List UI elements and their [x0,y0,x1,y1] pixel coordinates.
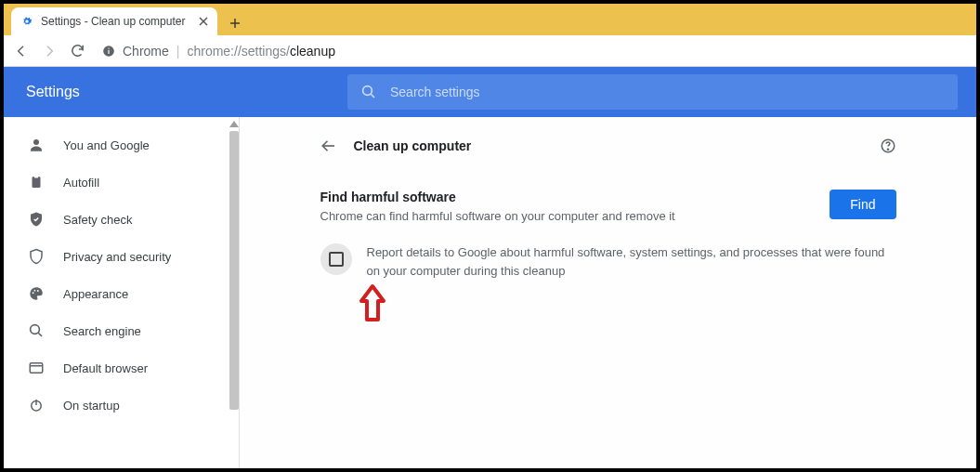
sidebar-item-label: Autofill [63,176,99,190]
gear-icon [20,15,33,28]
svg-line-16 [38,333,42,336]
back-icon[interactable] [13,43,30,59]
search-icon [360,84,377,100]
shield-icon [28,248,45,265]
report-description: Report details to Google about harmful s… [367,243,896,280]
help-icon[interactable] [880,138,896,154]
palette-icon [28,285,45,302]
svg-rect-11 [34,176,39,178]
settings-header: Settings [4,67,976,117]
shield-check-icon [28,211,45,228]
search-bar[interactable] [347,74,958,110]
browser-icon [28,360,45,376]
svg-rect-17 [30,363,43,374]
scroll-thumb[interactable] [229,131,239,410]
clipboard-icon [28,174,45,190]
svg-rect-10 [33,177,41,188]
svg-point-12 [33,292,34,294]
sidebar-item-label: Safety check [63,213,132,227]
sidebar-item-appearance[interactable]: Appearance [4,275,239,312]
svg-point-9 [33,139,39,145]
sidebar-item-search-engine[interactable]: Search engine [4,312,239,349]
sidebar-item-label: On startup [63,399,120,413]
url-path-tail: cleanup [290,44,335,59]
url-scheme: Chrome [123,44,169,59]
tab-strip: Settings - Clean up computer [4,4,976,35]
sidebar: You and Google Autofill Safety check Pri… [4,117,240,468]
forward-icon[interactable] [41,43,58,59]
address-bar[interactable]: Chrome | chrome://settings/cleanup [97,44,967,59]
sidebar-item-label: You and Google [63,138,150,152]
report-checkbox[interactable] [320,243,352,275]
sidebar-item-label: Appearance [63,287,128,301]
scroll-up-icon[interactable] [229,121,239,127]
checkbox-box-icon [329,252,344,267]
settings-body: You and Google Autofill Safety check Pri… [4,117,976,468]
power-icon [28,397,45,413]
svg-point-23 [887,149,888,150]
section-title: Find harmful software [320,190,675,204]
url-path-head: chrome://settings/ [187,44,290,59]
browser-tab[interactable]: Settings - Clean up computer [11,7,217,35]
svg-rect-5 [108,49,109,53]
sidebar-item-privacy[interactable]: Privacy and security [4,238,239,275]
browser-toolbar: Chrome | chrome://settings/cleanup [4,35,976,67]
sidebar-item-default-browser[interactable]: Default browser [4,349,239,387]
svg-point-15 [31,325,40,334]
svg-line-8 [371,94,374,98]
sidebar-item-label: Privacy and security [63,250,171,264]
sidebar-item-autofill[interactable]: Autofill [4,164,239,201]
site-info-icon[interactable] [102,45,115,58]
section-subtitle: Chrome can find harmful software on your… [320,208,675,225]
panel-back-icon[interactable] [320,138,337,154]
close-icon[interactable] [199,17,208,26]
person-icon [28,137,45,153]
scrollbar[interactable] [229,121,239,468]
sidebar-item-label: Search engine [63,324,141,338]
svg-rect-6 [108,47,109,48]
search-icon [28,322,45,339]
svg-point-14 [37,290,39,292]
sidebar-item-label: Default browser [63,361,148,375]
sidebar-item-safety-check[interactable]: Safety check [4,201,239,238]
tab-title: Settings - Clean up computer [41,15,191,28]
panel-title: Clean up computer [354,138,863,153]
svg-point-7 [363,86,372,96]
reload-icon[interactable] [69,43,85,59]
main-panel: Clean up computer Find harmful software … [240,117,976,468]
find-button[interactable]: Find [830,190,895,219]
sidebar-item-you-and-google[interactable]: You and Google [4,126,239,164]
sidebar-item-on-startup[interactable]: On startup [4,387,239,424]
new-tab-button[interactable] [223,11,247,35]
page-title: Settings [4,84,347,100]
search-input[interactable] [390,85,945,99]
svg-point-13 [34,290,36,292]
